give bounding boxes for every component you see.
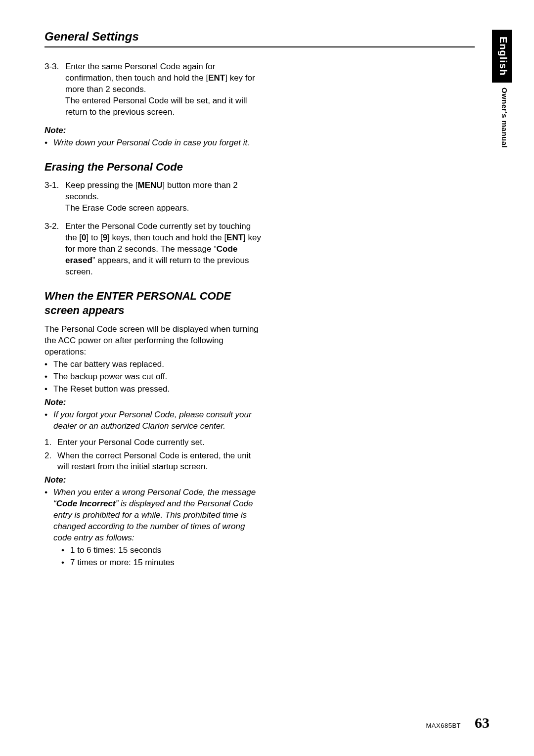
key-menu: MENU: [137, 180, 162, 190]
subhead-enter-screen: When the ENTER PERSONAL CODE screen appe…: [44, 289, 262, 318]
step-3-2: 3-2. Enter the Personal Code currently s…: [44, 221, 262, 278]
ordered-item-2: 2. When the correct Personal Code is ent…: [44, 450, 262, 473]
text: Keep pressing the [: [65, 180, 137, 190]
bullet-dot: •: [61, 557, 70, 569]
bullet-dot: •: [44, 371, 53, 383]
bullet-dot: •: [61, 545, 70, 556]
note-label: Note:: [44, 125, 262, 136]
item-number: 1.: [44, 437, 57, 448]
bullet-item: • The Reset button was pressed.: [44, 384, 262, 395]
step-body: Enter the same Personal Code again for c…: [65, 61, 262, 118]
sub-bullet: • 7 times or more: 15 minutes: [61, 557, 262, 569]
page-footer: MAX685BT 63: [426, 714, 490, 731]
sub-bullet-text: 7 times or more: 15 minutes: [70, 557, 262, 569]
section-header: General Settings: [44, 30, 475, 47]
note-text: Write down your Personal Code in case yo…: [53, 137, 262, 149]
note-item: • When you enter a wrong Personal Code, …: [44, 487, 262, 544]
bullet-dot: •: [44, 359, 53, 370]
model-id: MAX685BT: [426, 722, 461, 729]
bullet-dot: •: [44, 409, 53, 432]
key-9: 9: [103, 233, 107, 242]
step-number: 3-1.: [44, 180, 65, 214]
bullet-item: • The backup power was cut off.: [44, 371, 262, 383]
language-tab: English: [492, 30, 512, 83]
content-column: 3-3. Enter the same Personal Code again …: [44, 61, 262, 569]
step-number: 3-3.: [44, 61, 65, 118]
text: Enter the same Personal Code again for c…: [65, 62, 215, 83]
key-0: 0: [82, 233, 86, 242]
msg-code-incorrect: Code Incorrect: [56, 499, 116, 508]
step-3-1: 3-1. Keep pressing the [MENU] button mor…: [44, 180, 262, 214]
step-number: 3-2.: [44, 221, 65, 278]
text: ] to [: [87, 233, 103, 242]
note-text: If you forgot your Personal Code, please…: [53, 409, 262, 432]
note-item: • Write down your Personal Code in case …: [44, 137, 262, 149]
note-label: Note:: [44, 475, 262, 486]
bullet-text: The backup power was cut off.: [53, 371, 262, 383]
page-number: 63: [475, 714, 490, 731]
side-tabs: English Owner's manual: [492, 30, 512, 155]
step-3-3: 3-3. Enter the same Personal Code again …: [44, 61, 262, 118]
step-body: Keep pressing the [MENU] button more tha…: [65, 180, 262, 214]
manual-page: English Owner's manual General Settings …: [0, 0, 534, 756]
text: ” appears, and it will return to the pre…: [65, 256, 249, 276]
note-item: • If you forgot your Personal Code, plea…: [44, 409, 262, 432]
sub-bullet-text: 1 to 6 times: 15 seconds: [70, 545, 262, 556]
bullet-dot: •: [44, 137, 53, 149]
note-text: When you enter a wrong Personal Code, th…: [53, 487, 262, 544]
owners-manual-tab: Owner's manual: [492, 83, 512, 155]
sub-bullet: • 1 to 6 times: 15 seconds: [61, 545, 262, 556]
item-text: Enter your Personal Code currently set.: [57, 437, 262, 448]
subhead-erasing: Erasing the Personal Code: [44, 160, 262, 175]
text: The Erase Code screen appears.: [65, 203, 262, 214]
step-body: Enter the Personal Code currently set by…: [65, 221, 262, 278]
text: ] keys, then touch and hold the [: [107, 233, 226, 242]
bullet-dot: •: [44, 487, 53, 544]
ordered-item-1: 1. Enter your Personal Code currently se…: [44, 437, 262, 448]
note-label: Note:: [44, 397, 262, 408]
item-number: 2.: [44, 450, 57, 473]
bullet-item: • The car battery was replaced.: [44, 359, 262, 370]
intro-text: The Personal Code screen will be display…: [44, 324, 262, 358]
bullet-dot: •: [44, 384, 53, 395]
item-text: When the correct Personal Code is entere…: [57, 450, 262, 473]
bullet-text: The car battery was replaced.: [53, 359, 262, 370]
text: The entered Personal Code will be set, a…: [65, 95, 262, 118]
bullet-text: The Reset button was pressed.: [53, 384, 262, 395]
key-ent: ENT: [226, 233, 243, 242]
key-ent: ENT: [208, 73, 225, 83]
